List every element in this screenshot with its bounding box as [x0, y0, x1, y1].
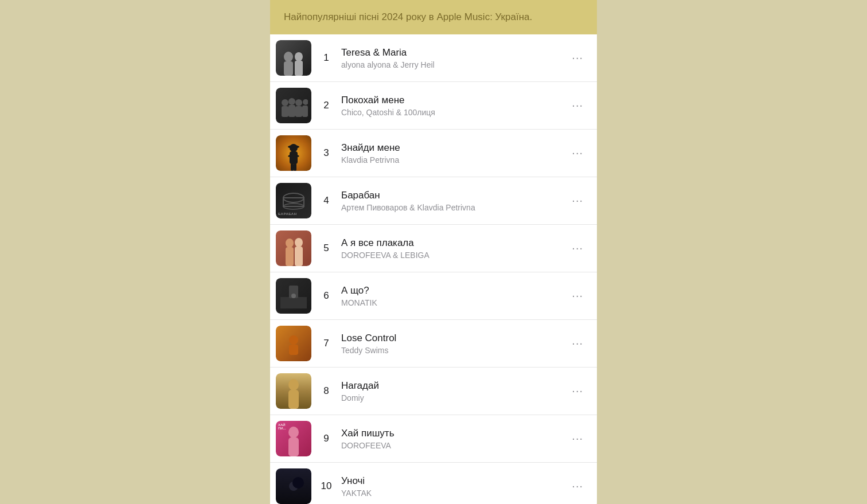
track-number: 9: [319, 433, 333, 444]
track-title: Уночі: [341, 475, 559, 487]
track-number: 6: [319, 290, 333, 302]
track-number: 8: [319, 385, 333, 397]
track-item[interactable]: БАРАБАН 4 Барабан Артем Пивоваров & Klav…: [270, 177, 597, 225]
svg-rect-9: [288, 105, 295, 117]
album-art: [276, 135, 311, 171]
track-info: Барабан Артем Пивоваров & Klavdia Petriv…: [341, 189, 559, 212]
album-art: [276, 40, 311, 76]
track-item[interactable]: 1 Teresa & Maria alyona alyona & Jerry H…: [270, 34, 597, 82]
track-number: 2: [319, 100, 333, 111]
svg-rect-32: [288, 390, 299, 409]
track-number: 5: [319, 243, 333, 254]
track-item[interactable]: ХАЙПИ... 9 Хай пишуть DOROFEEVA ···: [270, 415, 597, 463]
svg-rect-11: [302, 106, 308, 117]
track-item[interactable]: 7 Lose Control Teddy Swims ···: [270, 320, 597, 368]
track-title: Lose Control: [341, 332, 559, 345]
svg-point-29: [289, 335, 298, 345]
more-button[interactable]: ···: [567, 287, 588, 304]
album-art: БАРАБАН: [276, 183, 311, 218]
more-button[interactable]: ···: [567, 429, 588, 447]
track-info: Teresa & Maria alyona alyona & Jerry Hei…: [341, 46, 559, 69]
track-artist: Klavdia Petrivna: [341, 155, 559, 165]
svg-point-24: [295, 238, 303, 247]
track-artist: DOROFEEVA & LEBIGA: [341, 251, 559, 260]
track-info: Хай пишуть DOROFEEVA: [341, 427, 559, 450]
track-artist: Chico, Qatoshi & 100лиця: [341, 108, 559, 117]
svg-rect-17: [291, 163, 294, 171]
svg-rect-30: [289, 345, 298, 355]
album-art: [276, 88, 311, 123]
more-button[interactable]: ···: [567, 382, 588, 400]
album-art: [276, 230, 311, 266]
track-number: 7: [319, 338, 333, 349]
svg-rect-14: [290, 151, 298, 164]
track-artist: Domiy: [341, 393, 559, 403]
track-info: Знайди мене Klavdia Petrivna: [341, 142, 559, 165]
track-artist: alyona alyona & Jerry Heil: [341, 60, 559, 69]
svg-rect-10: [295, 106, 302, 117]
svg-point-22: [286, 239, 294, 248]
more-button[interactable]: ···: [567, 239, 588, 257]
track-title: А я все плакала: [341, 237, 559, 249]
svg-point-6: [295, 99, 302, 106]
track-artist: MONATIK: [341, 298, 559, 307]
track-artist: DOROFEEVA: [341, 441, 559, 450]
track-item[interactable]: 5 А я все плакала DOROFEEVA & LEBIGA ···: [270, 225, 597, 272]
track-title: Покохай мене: [341, 94, 559, 107]
album-art: [276, 468, 311, 504]
track-number: 1: [319, 52, 333, 64]
track-item[interactable]: 3 Знайди мене Klavdia Petrivna ···: [270, 130, 597, 177]
track-item[interactable]: 6 А що? MONATIK ···: [270, 272, 597, 320]
svg-point-7: [303, 99, 308, 105]
svg-point-2: [295, 52, 303, 61]
svg-point-0: [284, 52, 293, 62]
track-info: А я все плакала DOROFEEVA & LEBIGA: [341, 237, 559, 260]
album-art: ХАЙПИ...: [276, 421, 311, 456]
track-number: 4: [319, 195, 333, 206]
album-art: [276, 278, 311, 314]
more-button[interactable]: ···: [567, 144, 588, 162]
svg-point-28: [291, 294, 296, 298]
svg-point-33: [288, 427, 299, 438]
svg-point-36: [292, 477, 304, 489]
svg-rect-34: [288, 437, 299, 456]
track-artist: YAKTAK: [341, 489, 559, 498]
more-button[interactable]: ···: [567, 477, 588, 495]
track-title: Нагадай: [341, 380, 559, 392]
header-text: Найпопулярніші пісні 2024 року в Apple M…: [284, 10, 583, 24]
track-item[interactable]: 10 Уночі YAKTAK ···: [270, 463, 597, 504]
track-artist: Артем Пивоваров & Klavdia Petrivna: [341, 203, 559, 212]
page-header: Найпопулярніші пісні 2024 року в Apple M…: [270, 0, 597, 34]
more-button[interactable]: ···: [567, 96, 588, 114]
track-info: Покохай мене Chico, Qatoshi & 100лиця: [341, 94, 559, 117]
track-info: Нагадай Domiy: [341, 380, 559, 403]
svg-rect-25: [295, 247, 303, 266]
track-title: А що?: [341, 284, 559, 297]
track-item[interactable]: 8 Нагадай Domiy ···: [270, 368, 597, 415]
svg-rect-1: [284, 61, 293, 76]
svg-rect-26: [280, 297, 307, 308]
more-button[interactable]: ···: [567, 334, 588, 352]
track-title: Хай пишуть: [341, 427, 559, 440]
svg-rect-23: [286, 247, 294, 266]
track-list: 1 Teresa & Maria alyona alyona & Jerry H…: [270, 34, 597, 504]
track-title: Знайди мене: [341, 142, 559, 154]
track-info: Уночі YAKTAK: [341, 475, 559, 498]
more-button[interactable]: ···: [567, 192, 588, 209]
svg-rect-18: [294, 163, 296, 171]
track-title: Teresa & Maria: [341, 46, 559, 59]
album-art: [276, 373, 311, 409]
svg-point-13: [290, 144, 298, 152]
main-container: Найпопулярніші пісні 2024 року в Apple M…: [270, 0, 597, 504]
svg-point-5: [288, 98, 295, 105]
track-title: Барабан: [341, 189, 559, 202]
track-artist: Teddy Swims: [341, 346, 559, 355]
more-button[interactable]: ···: [567, 49, 588, 67]
track-number: 3: [319, 147, 333, 159]
track-number: 10: [319, 480, 333, 492]
svg-rect-3: [295, 61, 303, 76]
track-item[interactable]: 2 Покохай мене Chico, Qatoshi & 100лиця …: [270, 82, 597, 130]
svg-point-4: [282, 99, 288, 106]
track-info: Lose Control Teddy Swims: [341, 332, 559, 355]
album-art: [276, 326, 311, 361]
